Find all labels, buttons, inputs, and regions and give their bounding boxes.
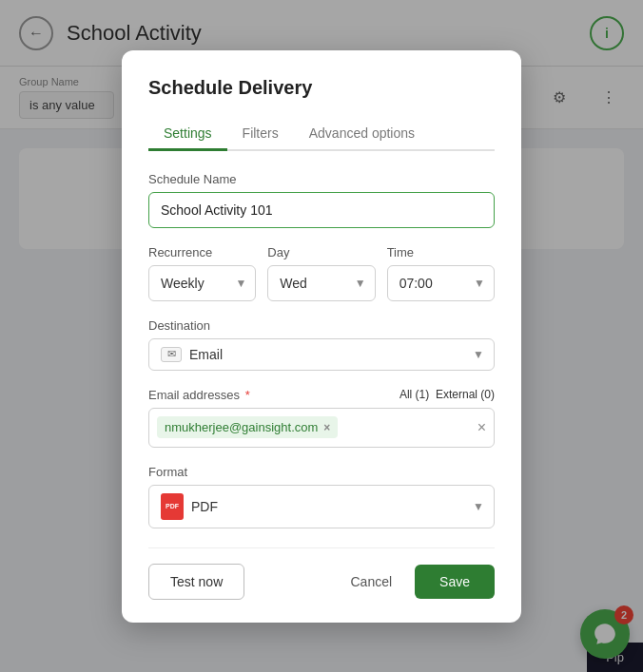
format-select[interactable]: PDF PDF ▼ xyxy=(148,485,495,528)
email-addresses-label: Email addresses * xyxy=(148,388,250,402)
modal-overlay: Schedule Delivery Settings Filters Advan… xyxy=(0,0,643,672)
recurrence-label: Recurrence xyxy=(148,245,256,259)
recurrence-select[interactable]: Weekly Daily Monthly xyxy=(148,265,256,301)
tab-filters[interactable]: Filters xyxy=(227,118,294,151)
chips-clear-button[interactable]: × xyxy=(477,419,486,436)
dialog-tabs: Settings Filters Advanced options xyxy=(148,118,495,151)
schedule-delivery-dialog: Schedule Delivery Settings Filters Advan… xyxy=(122,50,521,623)
dialog-button-row: Test now Cancel Save xyxy=(148,564,495,600)
format-label: Format xyxy=(148,465,495,479)
recurrence-group: Recurrence Weekly Daily Monthly ▼ xyxy=(148,245,256,301)
email-addresses-group: Email addresses * All (1) External (0) n… xyxy=(148,388,495,448)
day-select[interactable]: Wed Mon Tue Thu Fri xyxy=(267,265,375,301)
format-group: Format PDF PDF ▼ xyxy=(148,465,495,528)
email-chip: nmukherjee@gainsight.com × xyxy=(157,416,338,438)
recurrence-row: Recurrence Weekly Daily Monthly ▼ Day We… xyxy=(148,245,495,318)
schedule-name-label: Schedule Name xyxy=(148,172,495,186)
cancel-button[interactable]: Cancel xyxy=(337,565,405,599)
tab-settings[interactable]: Settings xyxy=(148,118,227,151)
day-group: Day Wed Mon Tue Thu Fri ▼ xyxy=(267,245,375,301)
required-marker: * xyxy=(242,388,250,402)
test-now-button[interactable]: Test now xyxy=(148,564,244,600)
day-select-wrap: Wed Mon Tue Thu Fri ▼ xyxy=(267,265,375,301)
tab-advanced-options[interactable]: Advanced options xyxy=(294,118,430,151)
destination-value: Email xyxy=(189,347,482,362)
email-chip-value: nmukherjee@gainsight.com xyxy=(165,420,318,434)
email-header-row: Email addresses * All (1) External (0) xyxy=(148,388,495,402)
destination-select[interactable]: ✉ Email ▼ xyxy=(148,338,495,371)
schedule-name-group: Schedule Name xyxy=(148,172,495,228)
schedule-name-input[interactable] xyxy=(148,192,495,228)
email-count: All (1) External (0) xyxy=(399,388,495,401)
day-label: Day xyxy=(267,245,375,259)
time-select-wrap: 07:00 08:00 09:00 ▼ xyxy=(387,265,495,301)
dialog-title: Schedule Delivery xyxy=(148,77,495,99)
destination-label: Destination xyxy=(148,318,495,333)
pdf-icon: PDF xyxy=(161,493,184,520)
format-value: PDF xyxy=(191,499,482,514)
time-select[interactable]: 07:00 08:00 09:00 xyxy=(387,265,495,301)
dialog-divider xyxy=(148,547,495,548)
time-label: Time xyxy=(387,245,495,259)
save-button[interactable]: Save xyxy=(415,565,495,599)
chip-remove-button[interactable]: × xyxy=(323,421,330,434)
email-chips-container[interactable]: nmukherjee@gainsight.com × × xyxy=(148,408,495,448)
destination-group: Destination ✉ Email ▼ xyxy=(148,318,495,371)
time-group: Time 07:00 08:00 09:00 ▼ xyxy=(387,245,495,301)
recurrence-select-wrap: Weekly Daily Monthly ▼ xyxy=(148,265,256,301)
email-envelope-icon: ✉ xyxy=(161,347,182,362)
